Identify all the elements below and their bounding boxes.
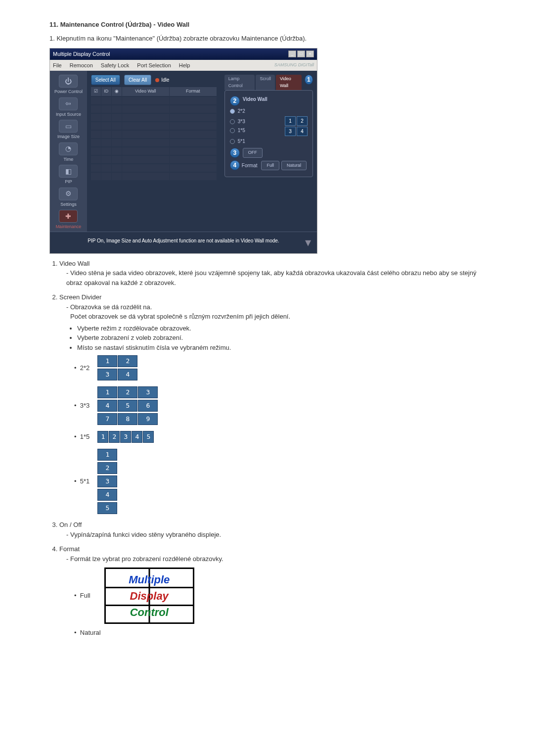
sidebar: ⏻ Power Control ⇦ Input Source ▭ Image S… (50, 71, 87, 232)
app-window: Multiple Display Control _ □ × File Remo… (49, 48, 317, 254)
idle-dot-icon (155, 78, 159, 82)
format-label: Format (242, 162, 258, 169)
power-icon: ⏻ (59, 75, 78, 88)
bullet-item: Vyberte zobrazení z voleb zobrazení. (77, 333, 485, 343)
pip-icon: ◧ (59, 165, 78, 178)
grid-3x3: 123 456 789 (97, 386, 157, 425)
full-format-illustration: Multiple Display Control (104, 567, 194, 624)
demo-label-33: 3*3 (80, 402, 90, 409)
gear-icon: ⚙ (59, 188, 78, 200)
tab-lamp[interactable]: Lamp Control (224, 75, 255, 90)
grid-body (91, 96, 217, 180)
item-desc: Formát lze vybrat pro zobrazení rozdělen… (66, 554, 485, 564)
sidebar-item-input[interactable]: ⇦ Input Source (50, 96, 87, 119)
close-icon[interactable]: × (306, 50, 314, 57)
section-heading: 11. Maintenance Control (Údržba) - Video… (49, 20, 485, 30)
full-button[interactable]: Full (261, 161, 279, 171)
idle-indicator: Idle (155, 76, 169, 84)
col-video-wall: Video Wall (122, 87, 169, 96)
col-status: ◉ (112, 87, 122, 96)
tab-video-wall[interactable]: Video Wall (276, 75, 302, 90)
col-format: Format (170, 87, 217, 96)
preview-grid: 1234 (285, 116, 308, 136)
badge-1: 1 (305, 75, 313, 85)
menu-safety-lock[interactable]: Safety Lock (101, 61, 129, 70)
bullet-item: Vyberte režim z rozdělovače obrazovek. (77, 324, 485, 333)
tabs: Lamp Control Scroll Video Wall 1 (224, 75, 313, 90)
menubar: File Remocon Safety Lock Port Selection … (50, 60, 317, 71)
clock-icon: ◔ (59, 142, 78, 155)
window-titlebar: Multiple Display Control _ □ × (50, 48, 317, 60)
demo-label-natural: Natural (80, 629, 101, 636)
item-title: On / Off (59, 521, 82, 528)
col-check[interactable]: ☑ (91, 87, 101, 96)
list-item: On / Off Vypíná/zapíná funkci video stěn… (59, 520, 485, 539)
sidebar-item-power[interactable]: ⏻ Power Control (50, 74, 87, 96)
clear-all-button[interactable]: Clear All (124, 75, 151, 85)
radio-22[interactable]: 2*2 (230, 107, 308, 115)
bullet-item: Místo se nastaví stisknutím čísla ve vyb… (77, 343, 485, 353)
demo-label-51: 5*1 (80, 477, 90, 485)
maximize-icon[interactable]: □ (297, 50, 305, 57)
input-icon: ⇦ (59, 97, 78, 110)
list-item: Screen Divider Obrazovka se dá rozdělit … (59, 292, 485, 514)
grid-2x2: 1234 (97, 355, 136, 380)
menu-help[interactable]: Help (179, 61, 190, 70)
demo-label-22: 2*2 (80, 364, 90, 372)
explanation-list: Video Wall Video stěna je sada video obr… (49, 259, 485, 638)
grid-1x5: 12345 (97, 431, 153, 443)
sidebar-item-image[interactable]: ▭ Image Size (50, 119, 87, 142)
maintenance-icon: ✚ (59, 210, 78, 223)
menu-remocon[interactable]: Remocon (70, 61, 93, 70)
panel-title: Video Wall (243, 95, 267, 103)
badge-2: 2 (230, 96, 240, 106)
select-all-button[interactable]: Select All (91, 75, 120, 85)
brand-label: SAMSUNG DIGITall (274, 62, 314, 69)
demo-label-full: Full (80, 592, 90, 599)
sidebar-item-time[interactable]: ◔ Time (50, 142, 87, 164)
off-button[interactable]: OFF (243, 148, 263, 158)
badge-3: 3 (230, 148, 240, 158)
radio-51[interactable]: 5*1 (230, 138, 308, 145)
intro-text: 1. Klepnutím na ikonu "Maintenance" (Údr… (49, 34, 485, 44)
radio-15[interactable]: 1*5 (230, 127, 285, 134)
image-icon: ▭ (59, 120, 78, 133)
list-item: Video Wall Video stěna je sada video obr… (59, 259, 485, 288)
tab-scroll[interactable]: Scroll (256, 75, 275, 90)
item-desc: Vypíná/zapíná funkci video stěny vybrané… (66, 530, 485, 540)
item-desc: Počet obrazovek se dá vybrat společně s … (70, 312, 485, 322)
item-title: Video Wall (59, 260, 89, 267)
menu-port-selection[interactable]: Port Selection (137, 61, 171, 70)
sidebar-item-settings[interactable]: ⚙ Settings (50, 187, 87, 209)
col-id: ID (101, 87, 111, 96)
grid-5x1: 12345 (97, 449, 116, 514)
sidebar-item-maintenance[interactable]: ✚ Maintenance (50, 209, 87, 232)
window-title: Multiple Display Control (53, 50, 110, 58)
item-title: Screen Divider (59, 293, 101, 301)
menu-file[interactable]: File (53, 61, 62, 70)
badge-4: 4 (230, 160, 240, 170)
list-item: Format Formát lze vybrat pro zobrazení r… (59, 544, 485, 638)
video-wall-panel: 2 Video Wall 2*2 3*3 1*5 1234 5*1 3 (224, 90, 313, 177)
demo-label-15: 1*5 (80, 433, 90, 440)
item-title: Format (59, 545, 80, 553)
item-desc: Obrazovka se dá rozdělit na. (66, 302, 485, 312)
item-desc: Video stěna je sada video obrazovek, kte… (66, 268, 485, 287)
radio-33[interactable]: 3*3 (230, 118, 285, 125)
sidebar-item-pip[interactable]: ◧ PIP (50, 164, 87, 187)
nozzle-icon: ▾ (305, 234, 311, 251)
natural-button[interactable]: Natural (281, 161, 307, 171)
minimize-icon[interactable]: _ (288, 50, 296, 57)
status-bar: PIP On, Image Size and Auto Adjustment f… (50, 232, 317, 253)
grid-header: ☑ ID ◉ Video Wall Format (91, 87, 217, 96)
